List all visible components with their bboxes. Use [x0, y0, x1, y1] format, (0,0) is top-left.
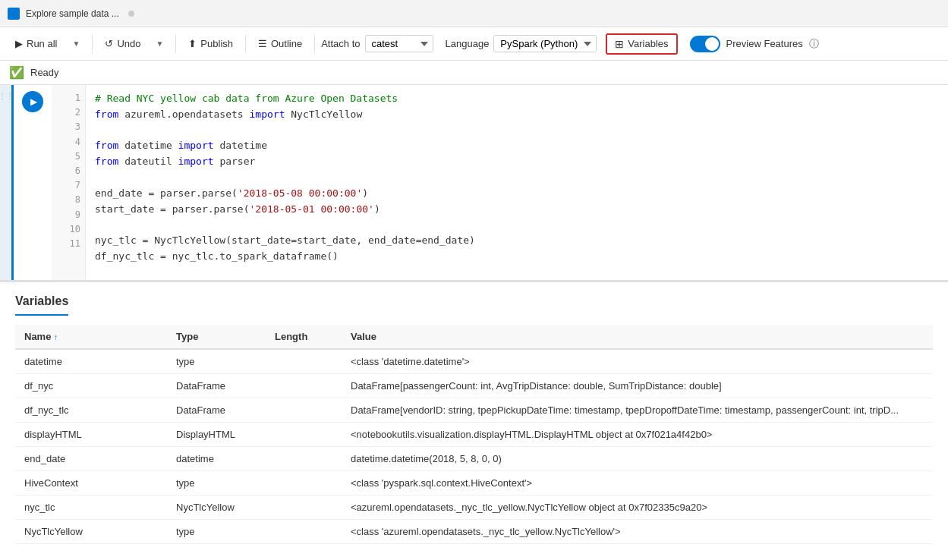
cell-run-icon: ▶	[30, 96, 37, 107]
outline-label: Outline	[271, 38, 302, 49]
var-name: end_date	[15, 447, 167, 471]
var-length	[266, 447, 342, 471]
run-all-button[interactable]: ▶ Run all	[9, 35, 63, 52]
outline-button[interactable]: ☰ Outline	[252, 35, 308, 52]
table-row: df_nyc_tlc DataFrame DataFrame[vendorID:…	[15, 398, 933, 423]
var-value: <class 'azureml.opendatasets._nyc_tlc_ye…	[342, 520, 933, 544]
attach-label: Attach to	[321, 38, 360, 49]
publish-icon: ⬆	[188, 38, 197, 49]
divider-3	[245, 35, 246, 53]
undo-dropdown-button[interactable]: ▼	[150, 36, 169, 51]
code-line-5: from dateutil import parser	[95, 156, 255, 167]
notebook-icon	[8, 8, 20, 20]
chevron-down-icon-2: ▼	[156, 39, 163, 48]
line-num-2: 2	[52, 105, 80, 120]
line-numbers: 1 2 3 4 5 6 7 8 9 10 11	[52, 85, 86, 280]
line-num-4: 4	[52, 135, 80, 149]
line-num-8: 8	[52, 193, 80, 207]
col-header-type[interactable]: Type	[167, 325, 266, 349]
table-header: Name ↑ Type Length Value	[15, 325, 933, 349]
table-row: end_date datetime datetime.datetime(2018…	[15, 447, 933, 471]
run-all-label: Run all	[27, 38, 57, 49]
divider-1	[92, 35, 93, 53]
variables-button[interactable]: ⊞ Variables	[606, 33, 677, 55]
var-value: <class 'pyspark.sql.context.HiveContext'…	[342, 471, 933, 496]
table-body: datetime type <class 'datetime.datetime'…	[15, 349, 933, 544]
line-num-6: 6	[52, 164, 80, 178]
col-header-name[interactable]: Name ↑	[15, 325, 167, 349]
var-length	[266, 349, 342, 374]
sort-arrow-icon: ↑	[54, 332, 58, 341]
code-line-1: # Read NYC yellow cab data from Azure Op…	[95, 93, 398, 104]
drag-handle-icon[interactable]: ⋮⋮	[0, 91, 14, 102]
run-dropdown-button[interactable]: ▼	[66, 36, 86, 51]
attach-select[interactable]: catest	[365, 35, 433, 52]
toggle-knob	[705, 37, 719, 51]
main-content: ⋮⋮ ▶ 1 2 3 4 5 6 7 8 9 10 11 # Read NYC …	[0, 85, 948, 560]
var-value: <class 'datetime.datetime'>	[342, 349, 933, 374]
line-num-5: 5	[52, 149, 80, 164]
var-type: DataFrame	[167, 374, 266, 398]
chevron-down-icon: ▼	[72, 39, 80, 48]
code-line-4: from datetime import datetime	[95, 140, 267, 151]
line-num-7: 7	[52, 178, 80, 193]
var-length	[266, 374, 342, 398]
status-bar: ✅ Ready	[0, 61, 948, 85]
unsaved-dot	[128, 11, 134, 17]
line-num-1: 1	[52, 91, 80, 105]
var-type: type	[167, 520, 266, 544]
undo-icon: ↺	[105, 38, 113, 49]
preview-features-label: Preview Features	[726, 38, 803, 49]
var-type: DisplayHTML	[167, 423, 266, 447]
status-check-icon: ✅	[9, 65, 24, 80]
undo-button[interactable]: ↺ Undo	[99, 35, 146, 52]
status-text: Ready	[30, 67, 59, 78]
var-length	[266, 471, 342, 496]
var-length	[266, 398, 342, 423]
line-num-11: 11	[52, 237, 80, 251]
preview-toggle[interactable]	[690, 36, 720, 52]
var-length	[266, 423, 342, 447]
run-icon: ▶	[15, 38, 23, 49]
var-length	[266, 496, 342, 520]
table-row: nyc_tlc NycTlcYellow <azureml.opendatase…	[15, 496, 933, 520]
language-select[interactable]: PySpark (Python)	[493, 35, 597, 52]
var-name: nyc_tlc	[15, 496, 167, 520]
col-header-value[interactable]: Value	[342, 325, 933, 349]
variables-table: Name ↑ Type Length Value datetime type <…	[15, 325, 933, 544]
outline-icon: ☰	[258, 38, 267, 49]
language-label: Language	[446, 38, 490, 49]
table-row: datetime type <class 'datetime.datetime'…	[15, 349, 933, 374]
var-name: df_nyc	[15, 374, 167, 398]
run-area: ▶	[14, 85, 52, 280]
line-num-9: 9	[52, 208, 80, 222]
name-col-label: Name	[24, 331, 51, 342]
publish-button[interactable]: ⬆ Publish	[182, 35, 239, 52]
code-editor[interactable]: # Read NYC yellow cab data from Azure Op…	[86, 85, 948, 280]
var-value: datetime.datetime(2018, 5, 8, 0, 0)	[342, 447, 933, 471]
variables-panel: Variables Name ↑ Type Length Value datet…	[0, 282, 948, 560]
attach-group: Attach to catest	[321, 35, 433, 52]
col-header-length[interactable]: Length	[266, 325, 342, 349]
publish-label: Publish	[200, 38, 233, 49]
var-value: DataFrame[passengerCount: int, AvgTripDi…	[342, 374, 933, 398]
var-type: type	[167, 471, 266, 496]
undo-label: Undo	[117, 38, 140, 49]
var-name: displayHTML	[15, 423, 167, 447]
code-section: ⋮⋮ ▶ 1 2 3 4 5 6 7 8 9 10 11 # Read NYC …	[0, 85, 948, 282]
var-name: df_nyc_tlc	[15, 398, 167, 423]
table-row: df_nyc DataFrame DataFrame[passengerCoun…	[15, 374, 933, 398]
table-row: displayHTML DisplayHTML <notebookutils.v…	[15, 423, 933, 447]
code-line-2: from azureml.opendatasets import NycTlcY…	[95, 109, 362, 120]
var-length	[266, 520, 342, 544]
table-row: NycTlcYellow type <class 'azureml.openda…	[15, 520, 933, 544]
table-row: HiveContext type <class 'pyspark.sql.con…	[15, 471, 933, 496]
var-value: <notebookutils.visualization.displayHTML…	[342, 423, 933, 447]
preview-features-group: Preview Features ⓘ	[690, 36, 819, 52]
cell-run-button[interactable]: ▶	[22, 91, 43, 112]
divider-4	[314, 35, 315, 53]
info-icon[interactable]: ⓘ	[809, 37, 819, 51]
var-name: datetime	[15, 349, 167, 374]
code-line-10: nyc_tlc = NycTlcYellow(start_date=start_…	[95, 234, 475, 246]
var-type: type	[167, 349, 266, 374]
